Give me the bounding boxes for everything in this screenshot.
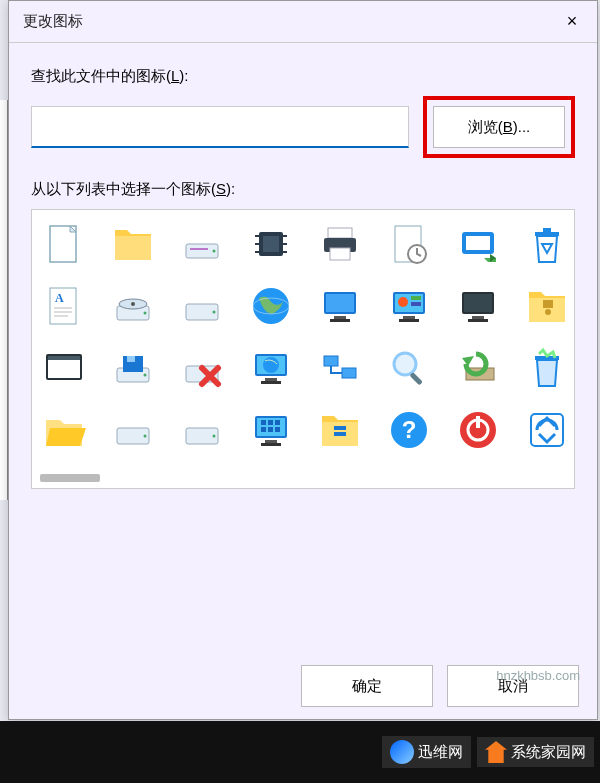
hard-drive-icon[interactable]	[178, 282, 226, 330]
watermark-brand-1: 迅维网	[382, 736, 471, 768]
chip-icon[interactable]	[247, 220, 295, 268]
globe-icon[interactable]	[247, 282, 295, 330]
icon-path-input[interactable]	[31, 106, 409, 148]
close-icon: ×	[567, 11, 578, 32]
zip-folder-icon[interactable]	[523, 282, 571, 330]
dialog-title: 更改图标	[23, 12, 83, 31]
system-restore-icon[interactable]	[454, 344, 502, 392]
browse-button[interactable]: 浏览(B)...	[433, 106, 565, 148]
path-label: 查找此文件中的图标(L):	[31, 67, 575, 86]
text-document-icon[interactable]	[40, 282, 88, 330]
run-window-icon[interactable]	[454, 220, 502, 268]
power-icon[interactable]	[454, 406, 502, 454]
network-monitor-icon[interactable]	[316, 282, 364, 330]
monitor-apps-icon[interactable]	[247, 406, 295, 454]
browse-highlight: 浏览(B)...	[423, 96, 575, 158]
magnifier-icon[interactable]	[385, 344, 433, 392]
floppy-drive-icon[interactable]	[109, 344, 157, 392]
open-folder-icon[interactable]	[40, 406, 88, 454]
hard-drive3-icon[interactable]	[178, 406, 226, 454]
blank-document-icon[interactable]	[40, 220, 88, 268]
network-computers-icon[interactable]	[316, 344, 364, 392]
horizontal-scrollbar[interactable]	[40, 474, 100, 482]
recycle-bin-full-icon[interactable]	[523, 344, 571, 392]
window-icon[interactable]	[40, 344, 88, 392]
night-mode-monitor-icon[interactable]	[454, 282, 502, 330]
change-icon-dialog: 更改图标 × 查找此文件中的图标(L): 浏览(B)... 从以下列表中选择一个…	[8, 0, 598, 720]
bottom-watermark-bar: 迅维网 系统家园网	[0, 721, 600, 783]
icon-list[interactable]	[31, 209, 575, 489]
titlebar: 更改图标 ×	[9, 1, 597, 43]
folder-icon[interactable]	[109, 220, 157, 268]
optical-drive-icon[interactable]	[109, 282, 157, 330]
archive-folder-icon[interactable]	[316, 406, 364, 454]
help-icon[interactable]	[385, 406, 433, 454]
select-label: 从以下列表中选择一个图标(S):	[31, 180, 575, 199]
recycle-bin-empty-icon[interactable]	[523, 220, 571, 268]
globe-monitor-icon[interactable]	[247, 344, 295, 392]
drive-error-icon[interactable]	[178, 344, 226, 392]
recycle-action-icon[interactable]	[523, 406, 571, 454]
drive-icon[interactable]	[178, 220, 226, 268]
control-panel-monitor-icon[interactable]	[385, 282, 433, 330]
watermark-brand-2: 系统家园网	[477, 737, 594, 767]
hard-drive2-icon[interactable]	[109, 406, 157, 454]
ok-button[interactable]: 确定	[301, 665, 433, 707]
printer-icon[interactable]	[316, 220, 364, 268]
close-button[interactable]: ×	[547, 1, 597, 43]
recent-document-icon[interactable]	[385, 220, 433, 268]
watermark-url: hnzkhbsb.com	[496, 668, 580, 683]
